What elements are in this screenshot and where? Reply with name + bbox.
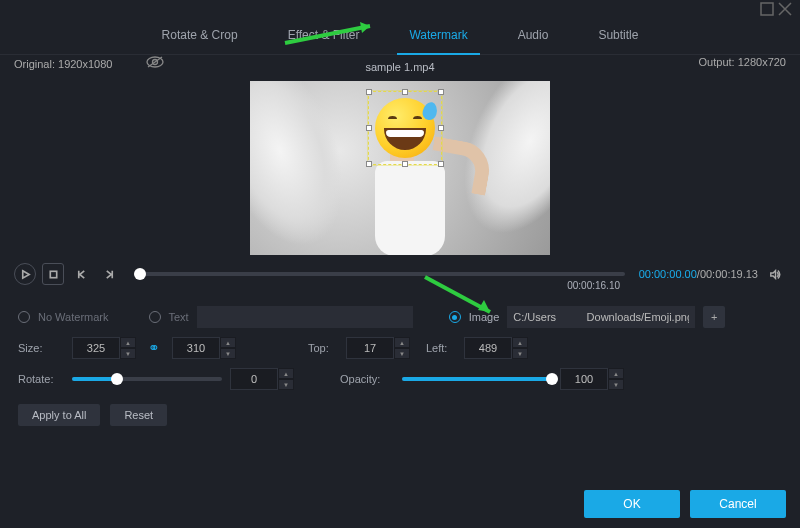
- size-label: Size:: [18, 342, 64, 354]
- video-info-row: Original: 1920x1080 Output: 1280x720: [0, 56, 800, 70]
- text-watermark-label: Text: [169, 311, 189, 323]
- opacity-slider[interactable]: [402, 377, 552, 381]
- tabs: Rotate & Crop Effect & Filter Watermark …: [0, 18, 800, 55]
- prev-frame-button[interactable]: [70, 263, 92, 285]
- footer-buttons: OK Cancel: [584, 490, 786, 518]
- rotate-slider[interactable]: [72, 377, 222, 381]
- browse-image-button[interactable]: +: [703, 306, 725, 328]
- playhead[interactable]: [134, 268, 146, 280]
- ok-button[interactable]: OK: [584, 490, 680, 518]
- watermark-bounding-box[interactable]: [368, 91, 442, 165]
- tab-audio[interactable]: Audio: [518, 22, 549, 48]
- tab-subtitle[interactable]: Subtitle: [598, 22, 638, 48]
- next-frame-button[interactable]: [98, 263, 120, 285]
- resize-handle-tl[interactable]: [366, 89, 372, 95]
- volume-icon[interactable]: [764, 263, 786, 285]
- video-preview[interactable]: [250, 81, 550, 255]
- resize-handle-tm[interactable]: [402, 89, 408, 95]
- svg-rect-0: [761, 3, 773, 15]
- top-stepper[interactable]: ▲▼: [346, 337, 410, 359]
- aspect-lock-icon[interactable]: ⚭: [144, 340, 164, 356]
- resize-handle-br[interactable]: [438, 161, 444, 167]
- player-bar: 00:00:00.00/00:00:19.13: [0, 255, 800, 293]
- rotate-knob[interactable]: [111, 373, 123, 385]
- watermark-image-emoji: [375, 98, 435, 158]
- radio-no-watermark[interactable]: [18, 311, 30, 323]
- play-button[interactable]: [14, 263, 36, 285]
- trim-marker-time: 00:00:16.10: [567, 280, 620, 291]
- tab-effect-filter[interactable]: Effect & Filter: [288, 22, 360, 48]
- left-stepper[interactable]: ▲▼: [464, 337, 528, 359]
- minimize-button[interactable]: [758, 0, 776, 18]
- resize-handle-mr[interactable]: [438, 125, 444, 131]
- tab-watermark[interactable]: Watermark: [409, 22, 467, 48]
- left-label: Left:: [426, 342, 456, 354]
- up-icon: ▲: [120, 337, 136, 348]
- watermark-controls: No Watermark Text Image + Size: ▲▼ ⚭ ▲▼ …: [0, 293, 800, 439]
- opacity-knob[interactable]: [546, 373, 558, 385]
- resize-handle-bl[interactable]: [366, 161, 372, 167]
- original-resolution: Original: 1920x1080: [14, 58, 112, 70]
- visibility-toggle-icon[interactable]: [146, 56, 164, 70]
- resize-handle-tr[interactable]: [438, 89, 444, 95]
- resize-handle-bm[interactable]: [402, 161, 408, 167]
- stop-button[interactable]: [42, 263, 64, 285]
- close-button[interactable]: [776, 0, 794, 18]
- resize-handle-ml[interactable]: [366, 125, 372, 131]
- timecode: 00:00:00.00/00:00:19.13: [639, 268, 758, 280]
- no-watermark-label: No Watermark: [38, 311, 109, 323]
- opacity-value-stepper[interactable]: ▲▼: [560, 368, 624, 390]
- radio-image-watermark[interactable]: [449, 311, 461, 323]
- text-watermark-input[interactable]: [197, 306, 413, 328]
- apply-to-all-button[interactable]: Apply to All: [18, 404, 100, 426]
- size-width-stepper[interactable]: ▲▼: [72, 337, 136, 359]
- image-path-input[interactable]: [507, 306, 695, 328]
- output-resolution: Output: 1280x720: [699, 56, 786, 70]
- down-icon: ▼: [120, 348, 136, 359]
- opacity-label: Opacity:: [340, 373, 394, 385]
- tab-rotate-crop[interactable]: Rotate & Crop: [162, 22, 238, 48]
- radio-text-watermark[interactable]: [149, 311, 161, 323]
- top-label: Top:: [308, 342, 338, 354]
- reset-button[interactable]: Reset: [110, 404, 167, 426]
- titlebar: [0, 0, 800, 18]
- rotate-label: Rotate:: [18, 373, 64, 385]
- svg-rect-4: [50, 271, 56, 277]
- timeline-scrubber[interactable]: [134, 272, 625, 276]
- size-height-stepper[interactable]: ▲▼: [172, 337, 236, 359]
- rotate-value-stepper[interactable]: ▲▼: [230, 368, 294, 390]
- image-watermark-label: Image: [469, 311, 500, 323]
- cancel-button[interactable]: Cancel: [690, 490, 786, 518]
